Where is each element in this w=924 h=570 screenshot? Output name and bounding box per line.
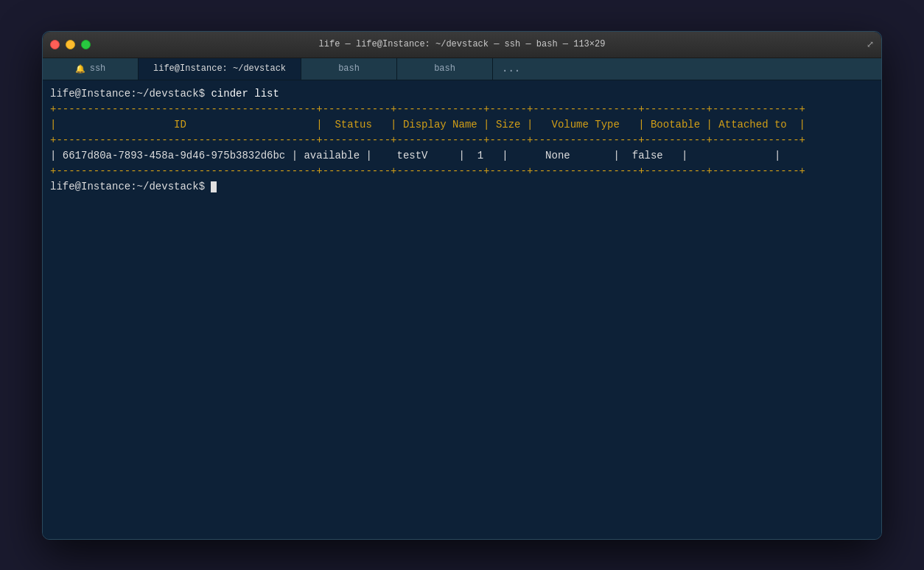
tabs-more-label: ... bbox=[502, 63, 520, 74]
table-sep-bot: +---------------------------------------… bbox=[50, 164, 874, 179]
tab-instance[interactable]: life@Instance: ~/devstack bbox=[139, 58, 301, 80]
tab-bash1-label: bash bbox=[338, 63, 360, 74]
prompt-2: life@Instance:~/devstack$ bbox=[50, 181, 211, 192]
table-sep-mid: +---------------------------------------… bbox=[50, 133, 874, 148]
table-row-1: | 6617d80a-7893-458a-9d46-975b3832d6bc |… bbox=[50, 148, 874, 164]
close-button[interactable] bbox=[50, 40, 60, 49]
tab-ssh-label: ssh bbox=[90, 63, 106, 74]
tabs-bar: 🔔 ssh life@Instance: ~/devstack bash bas… bbox=[43, 58, 881, 80]
expand-icon[interactable]: ⤢ bbox=[867, 39, 874, 50]
cursor bbox=[211, 181, 217, 192]
tabs-more[interactable]: ... bbox=[493, 58, 529, 80]
tab-instance-label: life@Instance: ~/devstack bbox=[153, 63, 286, 74]
terminal-line-prompt2: life@Instance:~/devstack$ bbox=[50, 179, 874, 195]
terminal-line-1: life@Instance:~/devstack$ cinder list bbox=[50, 86, 874, 102]
command-1: cinder list bbox=[211, 88, 279, 100]
bell-icon: 🔔 bbox=[75, 64, 85, 74]
table-sep-top: +---------------------------------------… bbox=[50, 102, 874, 117]
maximize-button[interactable] bbox=[81, 40, 91, 49]
prompt-1: life@Instance:~/devstack$ bbox=[50, 88, 211, 100]
tab-bash1[interactable]: bash bbox=[301, 58, 397, 80]
tab-bash2-label: bash bbox=[434, 63, 455, 74]
minimize-button[interactable] bbox=[66, 40, 75, 49]
traffic-lights bbox=[50, 40, 91, 49]
terminal-window: life — life@Instance: ~/devstack — ssh —… bbox=[42, 31, 882, 540]
titlebar: life — life@Instance: ~/devstack — ssh —… bbox=[43, 32, 881, 58]
terminal-body[interactable]: life@Instance:~/devstack$ cinder list +-… bbox=[43, 80, 881, 539]
window-title: life — life@Instance: ~/devstack — ssh —… bbox=[43, 39, 881, 49]
tab-ssh[interactable]: 🔔 ssh bbox=[43, 58, 139, 80]
tab-bash2[interactable]: bash bbox=[397, 58, 493, 80]
table-header: | ID | Status | Display Name | Size | Vo… bbox=[50, 117, 874, 133]
